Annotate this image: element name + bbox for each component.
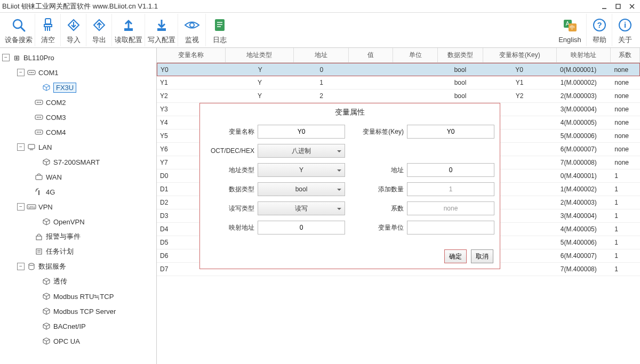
export-button[interactable]: 导出: [86, 14, 112, 46]
table-cell: 6(M.000007): [556, 145, 611, 153]
tree-item-s7[interactable]: S7-200SMART: [0, 155, 156, 169]
tree-item-com3[interactable]: COM3: [0, 110, 156, 125]
tree-item-root[interactable]: −⊞BL110Pro: [0, 50, 156, 65]
language-button[interactable]: A中 English: [554, 14, 587, 46]
svg-text:i: i: [624, 20, 626, 29]
eye-icon: [184, 16, 200, 34]
maximize-button[interactable]: [612, 1, 624, 12]
table-cell: Y1: [483, 79, 556, 86]
select-datatype[interactable]: bool: [258, 182, 345, 196]
help-button[interactable]: ? 帮助: [587, 14, 612, 46]
table-row[interactable]: Y2Y2boolY22(M.000003)none: [157, 90, 640, 103]
cube-icon: [42, 158, 51, 166]
clear-button[interactable]: 清空: [35, 14, 61, 46]
table-cell: 0(M.000001): [556, 66, 610, 74]
cube-icon: [42, 292, 51, 301]
table-row[interactable]: Y1Y1boolY11(M.000002)none: [157, 76, 640, 90]
col-factor: 系数: [611, 48, 640, 62]
svg-point-35: [38, 117, 39, 118]
about-button[interactable]: i 关于: [612, 14, 638, 46]
table-cell: Y2: [157, 92, 226, 100]
table-cell: 0(M.400001): [556, 172, 611, 180]
label-factor: 系数: [356, 204, 407, 213]
table-row[interactable]: Y0Y0boolY00(M.000001)none: [157, 63, 640, 76]
lan-icon: [27, 143, 36, 151]
label-rwtype: 读写类型: [206, 204, 258, 213]
select-addrtype[interactable]: Y: [258, 163, 345, 177]
svg-text:?: ?: [597, 20, 602, 29]
table-cell: 1(M.000002): [556, 79, 611, 86]
col-addrtype: 地址类型: [226, 48, 294, 62]
table-cell: none: [610, 159, 640, 166]
cube-icon: [42, 277, 51, 286]
table-cell: 7(M.000008): [556, 159, 611, 166]
write-config-button[interactable]: 写入配置: [145, 14, 178, 46]
tree-item-task[interactable]: 任务计划: [0, 244, 156, 259]
cancel-button[interactable]: 取消: [471, 249, 493, 263]
table-cell: 3(M.400004): [556, 212, 611, 220]
svg-rect-41: [28, 144, 35, 149]
col-datatype: 数据类型: [438, 48, 483, 62]
table-cell: 1: [610, 212, 640, 220]
port-icon: [27, 68, 36, 77]
tree-item-dataservice[interactable]: −数据服务: [0, 259, 156, 274]
svg-text:VPN: VPN: [28, 206, 35, 209]
svg-rect-48: [36, 249, 42, 254]
tree-item-bacnet[interactable]: BACnet/IP: [0, 319, 156, 334]
col-value: 值: [349, 48, 393, 62]
table-cell: 1: [610, 265, 640, 273]
input-addr[interactable]: [407, 163, 494, 177]
table-cell: 3(M.000004): [556, 106, 611, 113]
info-icon: i: [618, 16, 632, 34]
table-cell: 0: [294, 66, 349, 74]
tree-item-com2[interactable]: COM2: [0, 95, 156, 110]
device-search-button[interactable]: 设备搜索: [2, 14, 35, 46]
table-cell: 4(M.400005): [556, 225, 611, 233]
tree-item-openvpn[interactable]: OpenVPN: [0, 214, 156, 229]
svg-rect-1: [616, 4, 620, 9]
tree-item-4g[interactable]: 4G: [0, 184, 156, 199]
device-tree[interactable]: −⊞BL110Pro −COM1 FX3U COM2 COM3 COM4 −LA…: [0, 48, 157, 364]
ok-button[interactable]: 确定: [444, 249, 467, 263]
tree-item-wan[interactable]: WAN: [0, 169, 156, 184]
tree-item-alarm[interactable]: 报警与事件: [0, 229, 156, 244]
read-config-button[interactable]: 读取配置: [112, 14, 145, 46]
minimize-button[interactable]: [598, 1, 610, 12]
monitor-button[interactable]: 监视: [178, 14, 206, 46]
select-rwtype[interactable]: 读写: [258, 201, 345, 215]
select-odh[interactable]: 八进制: [258, 144, 345, 158]
signal-icon: [34, 188, 44, 196]
log-button[interactable]: 日志: [206, 14, 234, 46]
svg-line-5: [21, 27, 25, 31]
tree-item-com4[interactable]: COM4: [0, 125, 156, 140]
table-cell: 2(M.000003): [556, 92, 611, 100]
port-icon: [34, 98, 44, 107]
input-name[interactable]: [258, 125, 345, 139]
input-key[interactable]: [407, 125, 494, 139]
label-mapaddr: 映射地址: [206, 223, 258, 232]
close-button[interactable]: [626, 1, 638, 12]
svg-text:中: 中: [570, 25, 575, 30]
tree-item-modbus-rtu[interactable]: Modbus RTU≒TCP: [0, 289, 156, 304]
export-icon: [92, 16, 107, 34]
upload-icon: [121, 16, 136, 34]
language-icon: A中: [563, 17, 578, 35]
tree-item-vpn[interactable]: −VPNVPN: [0, 199, 156, 214]
label-addqty: 添加数量: [356, 185, 407, 194]
import-button[interactable]: 导入: [61, 14, 86, 46]
tree-item-com1[interactable]: −COM1: [0, 65, 156, 80]
table-cell: Y: [226, 66, 294, 74]
cube-icon: [42, 217, 51, 226]
svg-point-26: [29, 72, 30, 73]
svg-point-30: [37, 102, 38, 103]
input-unit[interactable]: [407, 221, 494, 234]
input-mapaddr[interactable]: [258, 221, 345, 234]
tree-item-opcua[interactable]: OPC UA: [0, 334, 156, 349]
window-title: BLiiot 钡铼工业网关配置软件 www.BLiiot.cn V1.1.1: [2, 2, 598, 11]
col-addr: 地址: [294, 48, 349, 62]
tree-item-fx3u[interactable]: FX3U: [0, 80, 156, 95]
tree-item-modbus-tcp[interactable]: Modbus TCP Server: [0, 304, 156, 319]
tree-item-lan[interactable]: −LAN: [0, 140, 156, 155]
tree-item-pass[interactable]: 透传: [0, 274, 156, 289]
table-cell: 5(M.000006): [556, 132, 611, 140]
